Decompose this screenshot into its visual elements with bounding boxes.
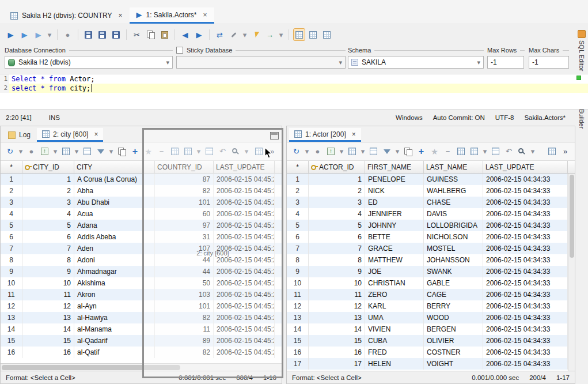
log-layout-button[interactable]: [321, 28, 333, 41]
grid-cell[interactable]: Abu Dhabi: [74, 197, 155, 208]
row-number[interactable]: 16: [1, 347, 22, 358]
grid-cell[interactable]: 15: [309, 335, 365, 347]
grid-cell[interactable]: Abha: [74, 185, 155, 197]
table-row[interactable]: 77Aden1072006-02-15 04:45:25: [1, 243, 282, 254]
grid-cell[interactable]: 10: [309, 277, 365, 289]
grid-cell[interactable]: 87: [155, 174, 214, 185]
grid-cell[interactable]: 101: [155, 197, 214, 208]
grid-cell[interactable]: MOSTEL: [424, 243, 483, 254]
history-back-button[interactable]: ◀: [179, 28, 191, 41]
reload-button[interactable]: ↻: [4, 145, 16, 158]
arrow-menu-caret[interactable]: ▾: [278, 28, 284, 41]
export-menu-caret[interactable]: ▾: [52, 145, 59, 158]
table-row[interactable]: 22Abha822006-02-15 04:45:25: [1, 185, 282, 197]
grid-cell[interactable]: 2006-02-15 04:34:33: [483, 323, 568, 335]
grid-cell[interactable]: UMA: [365, 312, 424, 323]
insert-row-button[interactable]: +: [129, 145, 141, 158]
grid-cell[interactable]: NICHOLSON: [424, 231, 483, 243]
grid-cell[interactable]: 13: [309, 312, 365, 323]
tab-log[interactable]: Log: [3, 128, 36, 142]
grid-cell[interactable]: 7: [22, 243, 74, 254]
grid-view-caret[interactable]: ▾: [73, 145, 80, 158]
table-row[interactable]: 66BETTENICHOLSON2006-02-15 04:34:33: [287, 231, 575, 243]
grid-cell[interactable]: Adoni: [74, 254, 155, 266]
row-number[interactable]: 1: [1, 174, 22, 185]
grid-cell[interactable]: JENNIFER: [365, 208, 424, 220]
table-menu-caret[interactable]: ▾: [481, 145, 488, 158]
grid-cell[interactable]: VOIGHT: [424, 358, 483, 370]
grid-cell[interactable]: 60: [155, 208, 214, 220]
insert-row-button[interactable]: +: [415, 145, 427, 158]
grid-cell[interactable]: VIVIEN: [365, 323, 424, 335]
table-row[interactable]: 88Adoni442006-02-15 04:45:25: [1, 254, 282, 266]
side-tab-sql-editor[interactable]: SQL Editor: [578, 30, 586, 71]
grid-cell[interactable]: COSTNER: [424, 347, 483, 358]
execute-arrow-button[interactable]: →: [264, 28, 276, 41]
grid-cell[interactable]: 2006-02-15 04:45:25: [214, 266, 275, 277]
grid-view-caret[interactable]: ▾: [359, 145, 366, 158]
save-as-button[interactable]: [96, 28, 108, 41]
grid-cell[interactable]: BERGEN: [424, 323, 483, 335]
duplicate-row-button[interactable]: [455, 145, 467, 158]
grid-cell[interactable]: HELEN: [365, 358, 424, 370]
delete-row-button[interactable]: −: [155, 145, 168, 158]
table-row[interactable]: 1111ZEROCAGE2006-02-15 04:34:33: [287, 289, 575, 300]
grid-cell[interactable]: 7: [309, 243, 365, 254]
grid-cell[interactable]: 2: [22, 185, 74, 197]
grid-cell[interactable]: PENELOPE: [365, 174, 424, 185]
grid-cell[interactable]: 2006-02-15 04:45:25: [214, 323, 275, 335]
grid-view-button[interactable]: [346, 145, 358, 158]
table-row[interactable]: 99Ahmadnagar442006-02-15 04:45:25: [1, 266, 282, 277]
max-chars-input[interactable]: -1: [529, 56, 569, 69]
filter-button[interactable]: [381, 145, 393, 158]
execute-menu-caret[interactable]: ▾: [46, 28, 53, 41]
grid-cell[interactable]: 3: [22, 197, 74, 208]
sticky-database-checkbox[interactable]: [176, 47, 183, 54]
actor-grid[interactable]: *ACTOR_IDFIRST_NAMELAST_NAMELAST_UPDATE1…: [287, 161, 575, 371]
grid-cell[interactable]: 8: [22, 254, 74, 266]
grid-cell[interactable]: GUINESS: [424, 174, 483, 185]
settings-menu-caret[interactable]: ▾: [241, 28, 248, 41]
sticky-database-select[interactable]: ▾: [176, 56, 346, 69]
database-connection-select[interactable]: Sakila H2 (dbvis) ▾: [5, 56, 173, 69]
grid-cell[interactable]: 44: [155, 266, 214, 277]
grid-cell[interactable]: Adana: [74, 220, 155, 231]
show-results-toggle-button[interactable]: [293, 28, 305, 41]
row-number[interactable]: 15: [287, 335, 309, 347]
tab-actor-result[interactable]: 1: Actor [200] ×: [289, 128, 361, 142]
grid-cell[interactable]: 8: [309, 254, 365, 266]
grid-cell[interactable]: Addis Abeba: [74, 231, 155, 243]
city-grid[interactable]: *CITY_IDCITYCOUNTRY_IDLAST_UPDATE11A Cor…: [1, 161, 282, 363]
find-button[interactable]: [516, 145, 528, 158]
grid-cell[interactable]: al-Hawiya: [74, 312, 155, 323]
grid-cell[interactable]: ZERO: [365, 289, 424, 300]
editor-line-text[interactable]: select * from city;: [9, 84, 588, 93]
table-row[interactable]: 1313al-Hawiya822006-02-15 04:45:25: [1, 312, 282, 323]
row-number[interactable]: 9: [287, 266, 309, 277]
favorite-button[interactable]: ★: [142, 145, 154, 158]
text-view-button[interactable]: [81, 145, 93, 158]
grid-cell[interactable]: 2006-02-15 04:34:33: [483, 312, 568, 323]
grid-cell[interactable]: WAHLBERG: [424, 185, 483, 197]
row-number[interactable]: 7: [1, 243, 22, 254]
grid-cell[interactable]: 2006-02-15 04:45:25: [214, 277, 275, 289]
panel-splitter[interactable]: [282, 126, 286, 384]
grid-cell[interactable]: 2006-02-15 04:45:25: [214, 243, 275, 254]
grid-cell[interactable]: 31: [155, 231, 214, 243]
table-row[interactable]: 77GRACEMOSTEL2006-02-15 04:34:33: [287, 243, 575, 254]
window-tab-sakila-actors[interactable]: ▶ 1: Sakila.Actors* ×: [130, 7, 214, 24]
grid-cell[interactable]: 2006-02-15 04:34:33: [483, 197, 568, 208]
grid-cell[interactable]: 2006-02-15 04:45:25: [214, 174, 275, 185]
edit-table-button[interactable]: [468, 145, 480, 158]
grid-cell[interactable]: 82: [155, 185, 214, 197]
column-header-first-name[interactable]: FIRST_NAME: [365, 161, 424, 173]
table-row[interactable]: 66Addis Abeba312006-02-15 04:45:25: [1, 231, 282, 243]
reload-button[interactable]: ↻: [290, 145, 302, 158]
grid-cell[interactable]: 11: [155, 323, 214, 335]
grid-cell[interactable]: BETTE: [365, 231, 424, 243]
grid-cell[interactable]: CUBA: [365, 335, 424, 347]
grid-cell[interactable]: 16: [309, 347, 365, 358]
grid-cell[interactable]: GRACE: [365, 243, 424, 254]
grid-cell[interactable]: 2006-02-15 04:45:25: [214, 197, 275, 208]
grid-cell[interactable]: Akron: [74, 289, 155, 300]
